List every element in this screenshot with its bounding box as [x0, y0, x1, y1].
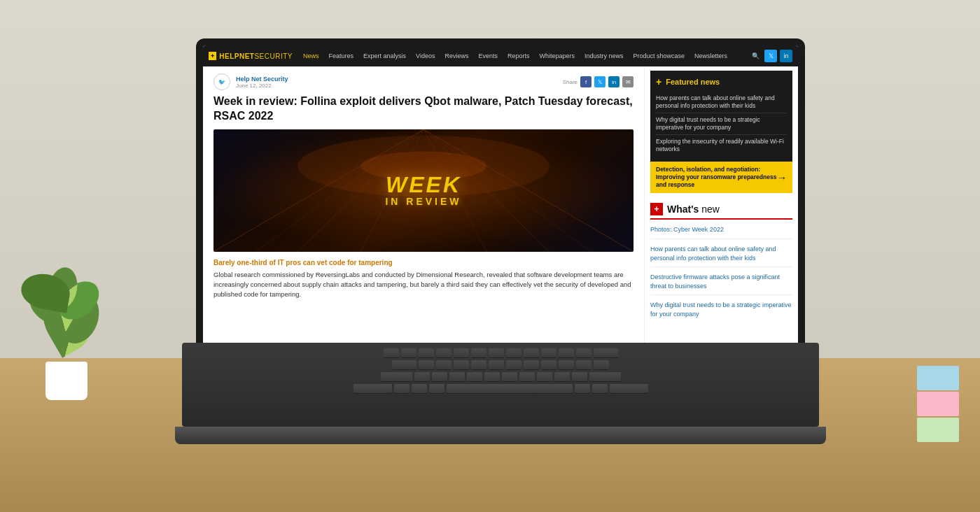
- image-in-review-text: IN REVIEW: [385, 196, 461, 207]
- key: [506, 360, 522, 370]
- key: [594, 348, 618, 358]
- nav-social-icons: 🔍 𝕏 in: [749, 50, 792, 62]
- key: [572, 372, 587, 382]
- laptop-base: [175, 427, 826, 444]
- whats-new-item-1[interactable]: Photos: Cyber Week 2022: [650, 225, 792, 239]
- nav-item-features[interactable]: Features: [327, 51, 356, 61]
- nav-item-reviews[interactable]: Reviews: [442, 51, 470, 61]
- sticky-note-blue: [917, 366, 959, 390]
- keyboard-row-2: [196, 360, 805, 370]
- key: [392, 360, 416, 370]
- facebook-share-button[interactable]: f: [580, 76, 592, 87]
- logo-plus-icon: +: [209, 52, 216, 60]
- email-share-button[interactable]: ✉: [622, 76, 634, 87]
- laptop-keyboard: [182, 343, 819, 427]
- key: [394, 384, 410, 394]
- logo-text: HELPNETSECURITY: [219, 52, 293, 60]
- key: [576, 360, 592, 370]
- key: [506, 348, 522, 358]
- featured-cta-button[interactable]: Detection, isolation, and negotiation: I…: [650, 162, 792, 193]
- key: [467, 372, 482, 382]
- linkedin-share-button[interactable]: in: [608, 76, 620, 87]
- key: [449, 372, 465, 382]
- article-sub-headline[interactable]: Barely one-third of IT pros can vet code…: [214, 259, 634, 266]
- plant-decoration: [21, 260, 112, 400]
- share-label: Share: [563, 79, 578, 85]
- whats-new-item-3[interactable]: Destructive firmware attacks pose a sign…: [650, 273, 792, 295]
- article-source-name[interactable]: Help Net Security: [236, 76, 557, 83]
- key: [554, 372, 570, 382]
- whats-new-link-1[interactable]: Photos: Cyber Week 2022: [650, 225, 792, 234]
- whats-new-link-2[interactable]: How parents can talk about online safety…: [650, 245, 792, 262]
- site-avatar: 🐦: [214, 73, 230, 90]
- key: [401, 348, 416, 358]
- linkedin-icon[interactable]: in: [780, 50, 792, 62]
- sidebar: + Featured news How parents can talk abo…: [644, 66, 798, 381]
- featured-title: Featured news: [666, 78, 720, 86]
- article-title: Week in review: Follina exploit delivers…: [214, 94, 634, 124]
- featured-header: + Featured news: [656, 76, 787, 87]
- whats-new-item-4[interactable]: Why digital trust needs to be a strategi…: [650, 301, 792, 322]
- navigation-bar: + HELPNETSECURITY News Features Expert a…: [203, 45, 798, 66]
- key: [384, 348, 399, 358]
- key: [502, 372, 517, 382]
- featured-cta-arrow-icon: →: [777, 172, 787, 183]
- site-logo[interactable]: + HELPNETSECURITY: [209, 52, 293, 60]
- featured-item-3-text: Exploring the insecurity of readily avai…: [656, 138, 787, 153]
- nav-item-newsletters[interactable]: Newsletters: [692, 51, 729, 61]
- sticky-notes: [917, 366, 959, 442]
- whats-new-items-list: Photos: Cyber Week 2022 How parents can …: [650, 225, 792, 322]
- nav-item-news[interactable]: News: [301, 51, 321, 61]
- image-week-text: WEEK: [385, 173, 461, 196]
- key: [576, 348, 592, 358]
- keyboard-row-3: [196, 372, 805, 382]
- nav-item-expert[interactable]: Expert analysis: [361, 51, 408, 61]
- nav-items: News Features Expert analysis Videos Rev…: [301, 51, 749, 61]
- featured-cta-text: Detection, isolation, and negotiation: I…: [656, 166, 777, 189]
- key: [471, 348, 486, 358]
- featured-item-1[interactable]: How parents can talk about online safety…: [656, 92, 787, 113]
- nav-item-events[interactable]: Events: [476, 51, 500, 61]
- whats-new-plus-icon: +: [650, 203, 663, 215]
- plant-pot: [46, 362, 88, 400]
- featured-items-list: How parents can talk about online safety…: [656, 92, 787, 156]
- sticky-note-pink: [917, 392, 959, 416]
- keyboard-row-4: [196, 384, 805, 394]
- whats-new-link-3[interactable]: Destructive firmware attacks pose a sign…: [650, 273, 792, 290]
- article-date: June 12, 2022: [236, 83, 557, 89]
- featured-news-box: + Featured news How parents can talk abo…: [650, 71, 792, 193]
- key: [354, 384, 392, 394]
- nav-item-whitepapers[interactable]: Whitepapers: [537, 51, 577, 61]
- key: [575, 384, 590, 394]
- key: [541, 348, 556, 358]
- featured-item-3[interactable]: Exploring the insecurity of readily avai…: [656, 135, 787, 156]
- article-meta: 🐦 Help Net Security June 12, 2022 Share …: [214, 73, 634, 90]
- key: [436, 348, 451, 358]
- key: [419, 348, 434, 358]
- spacebar-key[interactable]: [447, 384, 573, 394]
- key: [471, 360, 486, 370]
- key: [559, 348, 574, 358]
- laptop-screen-bezel: + HELPNETSECURITY News Features Expert a…: [196, 38, 805, 388]
- share-row: Share f 𝕏 in ✉: [563, 76, 634, 87]
- key: [594, 360, 609, 370]
- whats-new-item-2[interactable]: How parents can talk about online safety…: [650, 245, 792, 267]
- twitter-icon[interactable]: 𝕏: [764, 50, 777, 62]
- key: [537, 372, 552, 382]
- twitter-share-button[interactable]: 𝕏: [594, 76, 606, 87]
- featured-item-2[interactable]: Why digital trust needs to be a strategi…: [656, 113, 787, 135]
- search-icon[interactable]: 🔍: [749, 50, 762, 62]
- nav-item-industry[interactable]: Industry news: [582, 51, 626, 61]
- key: [592, 384, 608, 394]
- nav-item-reports[interactable]: Reports: [505, 51, 532, 61]
- key: [559, 360, 574, 370]
- article-hero-image: WEEK IN REVIEW: [214, 129, 634, 252]
- nav-item-product[interactable]: Product showcase: [631, 51, 687, 61]
- sticky-note-green: [917, 418, 959, 442]
- nav-item-videos[interactable]: Videos: [414, 51, 437, 61]
- key: [429, 384, 444, 394]
- key: [489, 360, 504, 370]
- whats-new-link-4[interactable]: Why digital trust needs to be a strategi…: [650, 301, 792, 318]
- key: [432, 372, 447, 382]
- key: [610, 384, 648, 394]
